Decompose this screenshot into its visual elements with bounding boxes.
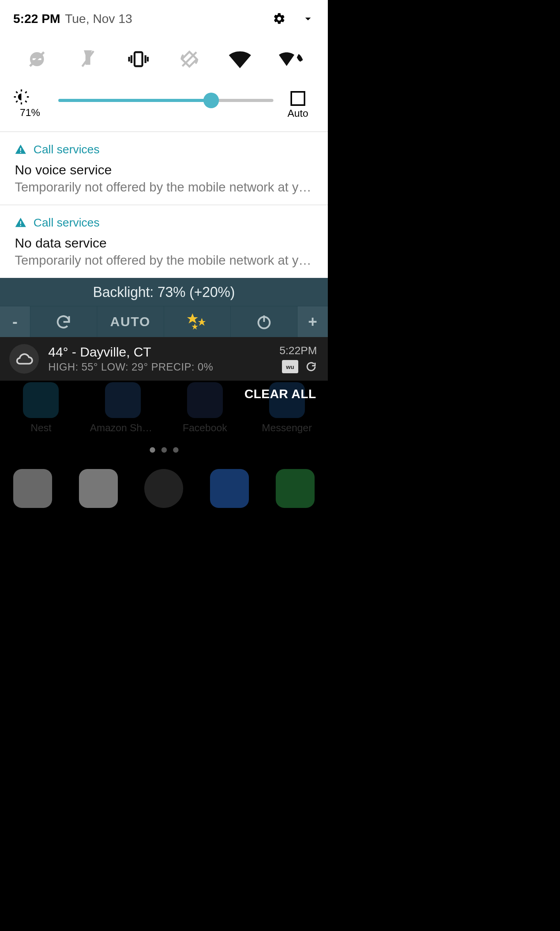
weather-summary: 44° - Dayville, CT [48, 344, 270, 360]
dock-photos[interactable] [66, 469, 131, 508]
svg-rect-16 [20, 148, 21, 151]
svg-line-13 [25, 101, 27, 102]
page-indicator [0, 447, 328, 454]
shade-header: 5:22 PM Tue, Nov 13 [0, 0, 328, 30]
clear-all-button[interactable]: CLEAR ALL [244, 387, 316, 401]
svg-marker-20 [187, 313, 198, 323]
notification-item[interactable]: Call services No voice service Temporari… [0, 132, 328, 205]
wifi-calling-icon[interactable] [278, 47, 304, 71]
backlight-sync-button[interactable] [30, 306, 97, 337]
backlight-stars-button[interactable] [164, 306, 231, 337]
auto-brightness-label: Auto [281, 107, 315, 119]
brightness-percent-label: 71% [13, 107, 47, 119]
quick-settings-row [0, 30, 328, 81]
brightness-slider[interactable] [58, 99, 273, 102]
dock-camera[interactable] [0, 469, 66, 508]
slider-thumb[interactable] [203, 93, 219, 108]
brightness-icon [13, 89, 47, 105]
cloud-icon [9, 344, 39, 374]
dnd-icon[interactable] [24, 47, 50, 71]
alert-icon [15, 217, 26, 228]
svg-line-6 [182, 52, 196, 66]
vibrate-icon[interactable] [125, 47, 152, 71]
backlight-title: Backlight: 73% (+20%) [0, 278, 328, 306]
alert-icon [15, 144, 26, 155]
backlight-notification[interactable]: Backlight: 73% (+20%) - AUTO + [0, 278, 328, 337]
svg-marker-21 [198, 318, 206, 326]
svg-marker-22 [192, 323, 198, 330]
wifi-icon[interactable] [227, 47, 253, 71]
svg-rect-18 [20, 221, 21, 224]
weather-time: 5:22PM [280, 344, 317, 357]
flashlight-icon[interactable] [75, 47, 101, 71]
svg-rect-4 [135, 52, 142, 66]
notification-shade: 5:22 PM Tue, Nov 13 [0, 0, 328, 278]
home-screen [0, 434, 328, 545]
notification-app-name: Call services [33, 216, 100, 229]
backlight-power-button[interactable] [231, 306, 298, 337]
svg-line-14 [16, 101, 18, 102]
auto-brightness-checkbox[interactable] [290, 91, 305, 106]
notification-app-name: Call services [33, 143, 100, 156]
notification-item[interactable]: Call services No data service Temporaril… [0, 205, 328, 278]
dock-messages[interactable] [197, 469, 262, 508]
backlight-plus-button[interactable]: + [298, 306, 328, 337]
svg-line-12 [16, 91, 18, 93]
dock [0, 469, 328, 508]
notification-body: Temporarily not offered by the mobile ne… [15, 253, 313, 268]
brightness-row: 71% Auto [0, 81, 328, 132]
weather-notification[interactable]: 44° - Dayville, CT HIGH: 55° LOW: 29° PR… [0, 337, 328, 381]
weather-provider-icon: wu [282, 360, 298, 373]
notification-body: Temporarily not offered by the mobile ne… [15, 180, 313, 195]
clock: 5:22 PM [13, 12, 60, 26]
refresh-icon[interactable] [305, 361, 317, 372]
auto-rotate-icon[interactable] [176, 47, 203, 71]
weather-details: HIGH: 55° LOW: 29° PRECIP: 0% [48, 361, 270, 373]
notification-title: No voice service [15, 162, 313, 177]
expand-icon[interactable] [301, 12, 315, 25]
svg-line-15 [25, 91, 27, 93]
dock-phone[interactable] [262, 469, 328, 508]
notification-title: No data service [15, 235, 313, 251]
svg-rect-17 [20, 152, 21, 153]
date: Tue, Nov 13 [65, 12, 132, 26]
dock-apps[interactable] [131, 469, 197, 508]
settings-icon[interactable] [273, 12, 286, 25]
backlight-auto-button[interactable]: AUTO [97, 306, 164, 337]
backlight-minus-button[interactable]: - [0, 306, 30, 337]
svg-rect-19 [20, 225, 21, 226]
